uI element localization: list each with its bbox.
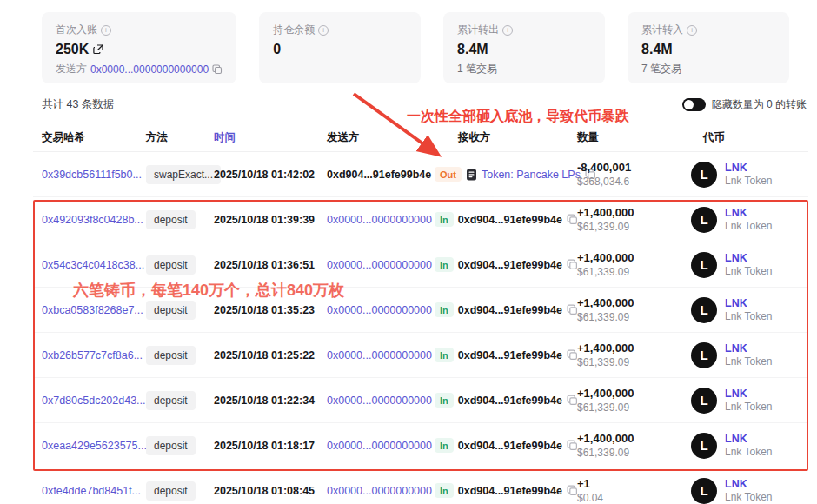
receiver-address[interactable]: 0xd904...91efe99b4e [458,349,562,361]
token-symbol-link[interactable]: LNK [725,388,773,400]
token-name: Lnk Token [725,446,773,458]
info-icon[interactable]: i [318,25,329,36]
tx-hash-link[interactable]: 0x492093f8c0428b... [42,214,146,226]
info-icon[interactable]: i [502,25,513,36]
token-logo: L [691,207,717,233]
token-logo: L [691,252,717,278]
sender-address[interactable]: 0x0000...0000000000 [327,259,432,271]
table-row: 0x39dcb56111f5b0... swapExact... 2025/10… [33,152,808,197]
token-logo: L [691,433,717,459]
method-pill[interactable]: deposit [146,391,196,410]
toggle-label: 隐藏数量为 0 的转账 [712,97,807,112]
amount-value: +1,400,000 [577,432,687,445]
amount-usd: $61,339.09 [577,221,687,233]
sender-address[interactable]: 0x0000...0000000000 [327,214,432,226]
transfer-table: 交易哈希 方法 时间 发送方 接收方 数量 代币 0x39dcb56111f5b… [33,123,808,504]
summary-bar: 共计 43 条数据 隐藏数量为 0 的转账 [33,97,808,123]
receiver-address[interactable]: 0xd904...91efe99b4e [458,440,562,452]
tx-time: 2025/10/18 01:36:51 [214,259,327,271]
method-pill[interactable]: deposit [146,301,196,320]
tx-hash-link[interactable]: 0x54c3c4c0418c38... [42,259,146,271]
token-logo: L [691,297,717,323]
header-hash[interactable]: 交易哈希 [42,130,146,145]
info-icon[interactable]: i [687,25,697,36]
sender-address[interactable]: 0x0000...0000000000 [327,395,432,407]
table-row: 0x7d80c5dc202d43... deposit 2025/10/18 0… [33,378,808,423]
receiver-address[interactable]: 0xd904...91efe99b4e [458,214,562,226]
card-balance: 持仓余额i 0 [259,12,421,83]
direction-badge: In [435,348,454,362]
method-pill[interactable]: deposit [146,210,196,229]
amount-value: -8,400,001 [577,161,687,174]
method-pill[interactable]: deposit [146,436,196,455]
amount-value: +1 [577,477,687,490]
amount-usd: $61,339.09 [577,356,687,368]
token-logo: L [691,388,717,414]
header-receiver[interactable]: 接收方 [435,130,577,145]
receiver-address[interactable]: 0xd904...91efe99b4e [458,304,562,316]
token-symbol-link[interactable]: LNK [725,207,773,219]
header-method[interactable]: 方法 [146,130,214,145]
tx-hash-link[interactable]: 0xeaa429e5623575... [42,440,146,452]
token-name: Lnk Token [725,175,773,187]
sender-address[interactable]: 0x0000...0000000000 [327,349,432,361]
method-pill[interactable]: swapExact... [146,165,221,184]
sender-address-link[interactable]: 0x0000...0000000000000 [90,63,209,76]
token-name: Lnk Token [725,310,773,322]
token-symbol-link[interactable]: LNK [725,433,773,445]
method-pill[interactable]: deposit [146,255,196,275]
direction-badge: In [435,302,454,317]
card-total-in: 累计转入i 8.4M 7 笔交易 [628,12,789,83]
card-sub: 1 笔交易 [457,62,497,76]
copy-icon[interactable] [212,64,223,75]
external-link-icon[interactable] [93,44,103,55]
card-label: 累计转出 [457,23,499,37]
sender-address[interactable]: 0x0000...0000000000 [327,304,432,316]
method-pill[interactable]: deposit [146,481,196,501]
receiver-address[interactable]: 0xd904...91efe99b4e [458,259,562,271]
card-value: 8.4M [641,42,673,57]
table-row: 0xeaa429e5623575... deposit 2025/10/18 0… [33,423,808,468]
receiver-address[interactable]: 0xd904...91efe99b4e [458,395,562,407]
sender-address[interactable]: 0x0000...0000000000 [327,440,432,452]
direction-badge: In [435,257,454,272]
token-symbol-link[interactable]: LNK [725,297,773,309]
card-value: 250K [56,42,89,57]
tx-hash-link[interactable]: 0xbca0583f8268e7... [42,304,146,316]
sender-address[interactable]: 0xd904...91efe99b4e [327,169,431,181]
token-logo: L [691,162,717,188]
method-pill[interactable]: deposit [146,346,196,365]
receiver-address[interactable]: Token: Pancake LPs [482,169,581,181]
hide-zero-toggle[interactable] [682,98,706,111]
card-label: 累计转入 [641,23,683,37]
sender-address[interactable]: 0x0000...0000000000 [327,485,432,497]
token-logo: L [691,342,717,368]
amount-usd: $61,339.09 [577,266,687,278]
sender-prefix: 发送方 [56,62,87,76]
token-symbol-link[interactable]: LNK [725,252,773,264]
header-amount[interactable]: 数量 [577,130,687,145]
table-row: 0x54c3c4c0418c38... deposit 2025/10/18 0… [33,242,808,288]
amount-usd: $0.04 [577,492,687,504]
token-name: Lnk Token [725,491,773,503]
info-icon[interactable]: i [101,25,111,36]
token-symbol-link[interactable]: LNK [725,162,773,174]
receiver-address[interactable]: 0xd904...91efe99b4e [458,485,562,497]
card-label: 首次入账 [56,23,97,37]
token-symbol-link[interactable]: LNK [725,478,773,490]
token-symbol-link[interactable]: LNK [725,342,773,355]
header-sender[interactable]: 发送方 [327,130,435,145]
token-transfer-page: 首次入账i 250K 发送方 0x0000...0000000000000 持仓… [0,12,817,504]
tx-time: 2025/10/18 01:35:23 [214,304,327,316]
token-name: Lnk Token [725,265,773,277]
amount-usd: $61,339.09 [577,401,687,414]
header-token[interactable]: 代币 [687,130,808,145]
tx-hash-link[interactable]: 0x7d80c5dc202d43... [42,395,146,407]
direction-badge: In [435,212,454,227]
table-row: 0xbca0583f8268e7... deposit 2025/10/18 0… [33,288,808,333]
tx-hash-link[interactable]: 0xfe4dde7bd8451f... [42,485,146,497]
header-time[interactable]: 时间 [214,130,327,145]
tx-hash-link[interactable]: 0xb26b577c7cf8a6... [42,349,146,361]
table-row: 0xb26b577c7cf8a6... deposit 2025/10/18 0… [33,333,808,378]
tx-hash-link[interactable]: 0x39dcb56111f5b0... [42,169,146,181]
